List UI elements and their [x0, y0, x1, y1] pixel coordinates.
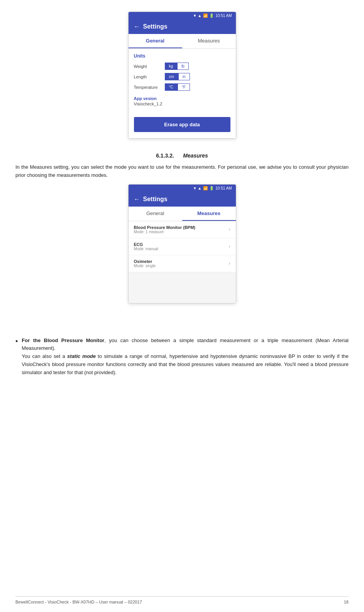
phone-frame-2: ▼ ▲ 📶 🔋 10:51 AM ← Settings General Meas…	[128, 184, 236, 303]
signal-icon: ▼ ▲	[193, 14, 202, 18]
header-title-2: Settings	[143, 196, 168, 203]
weight-label: Weight	[134, 64, 165, 69]
length-label: Length	[134, 75, 165, 79]
tab-general-2[interactable]: General	[129, 207, 182, 221]
bullet-dot-1: •	[15, 337, 18, 346]
settings-body-1: Units Weight kg lb Length cm in	[129, 49, 236, 111]
screenshot-general-settings: ▼ ▲ 📶 🔋 10:51 AM ← Settings General Meas…	[15, 12, 349, 139]
measure-item-bpm[interactable]: Blood Pressure Monitor (BPM) Mode: 1 mea…	[129, 221, 236, 238]
weight-kg-button[interactable]: kg	[165, 63, 178, 70]
status-bar-1: ▼ ▲ 📶 🔋 10:51 AM	[129, 12, 236, 19]
tabs-row-2: General Measures	[129, 207, 236, 221]
back-arrow-icon-1[interactable]: ←	[134, 23, 140, 30]
signal-icon-2: ▼ ▲	[193, 186, 202, 190]
tab-measures-1[interactable]: Measures	[182, 34, 236, 48]
status-time-2: 10:51 AM	[215, 186, 232, 190]
temperature-f-button[interactable]: °F	[178, 83, 190, 91]
unit-row-length: Length cm in	[134, 73, 230, 80]
temperature-label: Temperature	[134, 85, 165, 90]
battery-icon: 🔋	[209, 14, 214, 18]
temperature-c-button[interactable]: °C	[165, 83, 178, 91]
signal-bars-2: 📶	[203, 186, 208, 190]
length-unit-buttons: cm in	[165, 73, 190, 80]
footer-left-text: BewellConnect - VisioCheck - BW-X07HD – …	[15, 600, 142, 604]
page-footer: BewellConnect - VisioCheck - BW-X07HD – …	[15, 596, 349, 604]
measure-item-ecg[interactable]: ECG Mode: manual ›	[129, 238, 236, 255]
tab-general-1[interactable]: General	[129, 34, 182, 48]
settings-header-2: ← Settings	[129, 192, 236, 207]
back-arrow-icon-2[interactable]: ←	[134, 196, 140, 203]
battery-icon-2: 🔋	[209, 186, 214, 190]
bullet-item-bpm: • For the Blood Pressure Monitor, you ca…	[15, 337, 349, 377]
erase-btn-container: Erase app data	[129, 111, 236, 138]
bullet-text-bpm: For the Blood Pressure Monitor, you can …	[22, 337, 349, 377]
app-version-section: App vesion Visiocheck_1.2	[134, 96, 230, 106]
length-in-button[interactable]: in	[178, 73, 190, 80]
measure-item-oximeter[interactable]: Oximeter Mode: single ›	[129, 255, 236, 272]
status-bar-2: ▼ ▲ 📶 🔋 10:51 AM	[129, 185, 236, 192]
phone-frame-1: ▼ ▲ 📶 🔋 10:51 AM ← Settings General Meas…	[128, 12, 236, 139]
settings-header-1: ← Settings	[129, 19, 236, 34]
screenshot-measures-settings: ▼ ▲ 📶 🔋 10:51 AM ← Settings General Meas…	[15, 184, 349, 303]
bullet-section: • For the Blood Pressure Monitor, you ca…	[15, 337, 349, 377]
empty-gray-area	[129, 272, 236, 303]
bullet-bold-bpm: For the Blood Pressure Monitor	[22, 337, 104, 343]
static-mode-label: static mode	[67, 353, 96, 359]
status-time: 10:51 AM	[215, 14, 232, 18]
header-title-1: Settings	[143, 23, 168, 30]
section-number: 6.1.3.2.	[156, 153, 174, 159]
weight-lb-button[interactable]: lb	[177, 63, 189, 70]
measures-list: Blood Pressure Monitor (BPM) Mode: 1 mea…	[129, 221, 236, 303]
section-heading-612: 6.1.3.2. Measures	[15, 153, 349, 159]
bpm-chevron-icon: ›	[229, 227, 230, 232]
oximeter-chevron-icon: ›	[229, 261, 230, 266]
signal-bars: 📶	[203, 14, 208, 18]
tab-measures-2[interactable]: Measures	[182, 207, 236, 221]
footer-page-number: 18	[344, 600, 349, 604]
temperature-unit-buttons: °C °F	[165, 83, 190, 91]
length-cm-button[interactable]: cm	[165, 73, 178, 80]
unit-row-weight: Weight kg lb	[134, 63, 230, 70]
units-section-title: Units	[134, 53, 230, 59]
weight-unit-buttons: kg lb	[165, 63, 189, 70]
app-version-value: Visiocheck_1.2	[134, 102, 230, 106]
app-version-label: App vesion	[134, 96, 230, 101]
ecg-chevron-icon: ›	[229, 244, 230, 249]
tabs-row-1: General Measures	[129, 34, 236, 49]
section-612-body: In the Measures setting, you can select …	[15, 163, 349, 180]
unit-row-temperature: Temperature °C °F	[134, 83, 230, 91]
section-title: Measures	[183, 153, 208, 159]
erase-app-data-button[interactable]: Erase app data	[134, 117, 230, 132]
